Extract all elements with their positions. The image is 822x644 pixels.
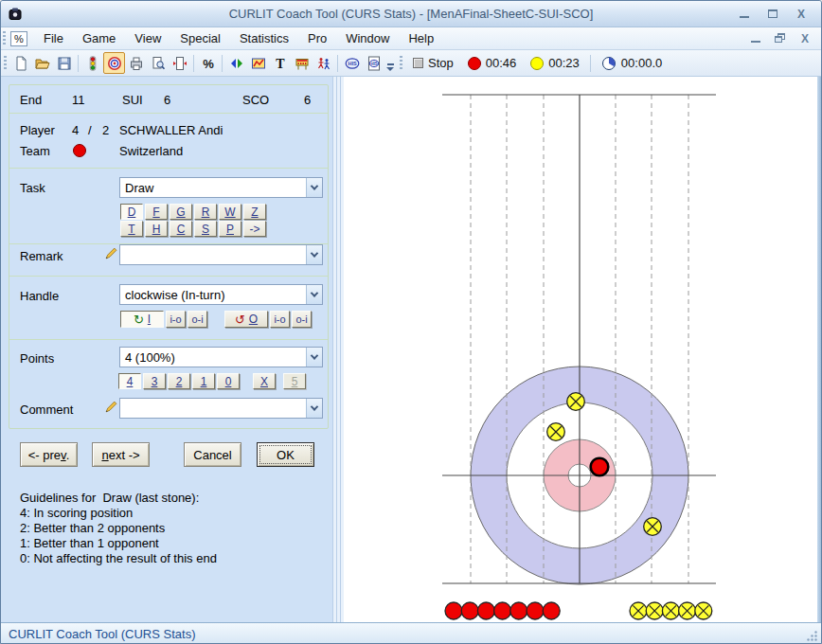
handle-key-4-io[interactable]: i-o [270, 311, 290, 328]
open-folder-button[interactable] [31, 52, 53, 74]
menu-window[interactable]: Window [336, 28, 399, 48]
house-stone-yellow[interactable] [547, 423, 565, 441]
house-stone-yellow[interactable] [567, 393, 585, 411]
menubar-grip[interactable] [3, 31, 6, 46]
menu-game[interactable]: Game [73, 28, 125, 48]
toolbar-overflow-button[interactable] [386, 63, 394, 71]
new-document-button[interactable] [9, 52, 31, 74]
stop-button[interactable]: Stop [428, 56, 454, 70]
handle-key-2-oi[interactable]: o-i [188, 311, 207, 328]
comment-select[interactable] [119, 398, 323, 419]
mdi-close-button[interactable]: X [798, 32, 812, 45]
menu-help[interactable]: Help [399, 28, 443, 48]
minimize-button[interactable] [738, 8, 751, 21]
thrown-stone-yellow[interactable] [646, 602, 663, 619]
points-select-arrow-icon[interactable] [306, 348, 322, 367]
thrown-stone-red[interactable] [510, 602, 527, 619]
menu-statistics[interactable]: Statistics [230, 28, 298, 48]
scoreboard-button[interactable] [291, 52, 313, 74]
mdi-minimize-button[interactable] [749, 32, 762, 45]
thrown-stone-yellow[interactable] [630, 602, 647, 619]
task-key-g[interactable]: G [170, 204, 192, 220]
handle-key-0-i[interactable]: ↻I [120, 311, 164, 328]
handle-key-5-oi[interactable]: o-i [292, 311, 312, 328]
menu-pro[interactable]: Pro [298, 28, 336, 48]
task-key-h[interactable]: H [145, 221, 168, 237]
house-stone-red[interactable] [591, 458, 609, 476]
panel-splitter[interactable] [332, 77, 344, 622]
task-select-arrow-icon[interactable] [306, 178, 322, 197]
timer-band-grip[interactable] [400, 56, 402, 71]
maximize-button[interactable] [766, 8, 779, 21]
task-key-c[interactable]: C [170, 221, 192, 237]
thrown-stone-red[interactable] [445, 602, 462, 619]
save-button[interactable] [53, 52, 75, 74]
history-report-button[interactable]: HIS [363, 52, 384, 74]
task-key-t[interactable]: T [120, 221, 143, 237]
handle-key-1-io[interactable]: i-o [166, 311, 186, 328]
task-key-p[interactable]: P [219, 221, 241, 237]
handle-key-3-o[interactable]: ↺O [224, 311, 268, 328]
remark-select[interactable] [119, 244, 323, 265]
app-icon[interactable] [8, 7, 23, 22]
thrown-stone-yellow[interactable] [662, 602, 679, 619]
task-key-f[interactable]: F [145, 204, 168, 220]
thrown-stone-red[interactable] [494, 602, 511, 619]
ok-button[interactable]: OK [257, 442, 314, 467]
thrown-stone-red[interactable] [543, 602, 560, 619]
points-key-0[interactable]: 0 [217, 373, 240, 389]
house-stone-yellow[interactable] [644, 518, 662, 536]
handle-select-arrow-icon[interactable] [306, 285, 322, 304]
percent-button[interactable]: % [197, 52, 219, 74]
svg-text:%: % [203, 56, 214, 70]
players-button[interactable] [313, 52, 334, 74]
text-note-button[interactable]: T [269, 52, 291, 74]
toolbar-grip[interactable] [4, 56, 7, 71]
task-key-r[interactable]: R [194, 204, 217, 220]
house-view-icon [107, 56, 122, 71]
menu-view[interactable]: View [125, 28, 170, 48]
task-key-s[interactable]: S [194, 221, 217, 237]
thrown-stone-red[interactable] [477, 602, 494, 619]
task-key-z[interactable]: Z [243, 204, 266, 220]
thrown-stone-red[interactable] [461, 602, 478, 619]
thrown-stone-red[interactable] [527, 602, 544, 619]
title-bar[interactable]: CURLIT Coach Tool (CURS Stats) - [MenAFi… [1, 1, 821, 27]
prev-button[interactable]: <- prev. [20, 442, 78, 467]
task-select[interactable]: Draw [119, 177, 323, 198]
history-stone-button[interactable]: HIS [341, 52, 363, 74]
shot-clock-value: 00:00.0 [621, 56, 662, 70]
prev-next-stone-button[interactable] [225, 52, 247, 74]
remark-select-arrow-icon[interactable] [306, 245, 322, 264]
task-key-arrow[interactable]: -> [243, 221, 266, 237]
print-preview-button[interactable] [147, 52, 169, 74]
flip-view-button[interactable] [169, 52, 190, 74]
mdi-restore-button[interactable] [774, 32, 787, 45]
resize-grip[interactable] [806, 630, 818, 642]
stop-icon[interactable] [413, 58, 423, 68]
curling-sheet-svg[interactable] [344, 77, 817, 622]
thrown-stone-yellow[interactable] [695, 602, 712, 619]
task-key-d[interactable]: D [120, 204, 143, 220]
points-key-x[interactable]: X [253, 373, 276, 389]
cancel-button[interactable]: Cancel [184, 442, 241, 467]
menu-special[interactable]: Special [170, 28, 230, 48]
house-view-button[interactable] [103, 52, 125, 74]
task-key-w[interactable]: W [219, 204, 241, 220]
menu-file[interactable]: File [34, 28, 73, 48]
comment-select-arrow-icon[interactable] [306, 399, 322, 418]
points-key-3[interactable]: 3 [143, 373, 166, 389]
mdi-document-icon[interactable]: % [10, 31, 27, 46]
chart-button[interactable] [247, 52, 269, 74]
points-key-4[interactable]: 4 [118, 373, 141, 389]
close-button[interactable]: X [795, 8, 808, 21]
points-key-2[interactable]: 2 [168, 373, 190, 389]
traffic-light-button[interactable] [81, 52, 103, 74]
points-key-5[interactable]: 5 [283, 373, 306, 389]
print-button[interactable] [125, 52, 147, 74]
thrown-stone-yellow[interactable] [679, 602, 696, 619]
points-key-1[interactable]: 1 [192, 373, 215, 389]
points-select[interactable]: 4 (100%) [119, 347, 323, 367]
handle-select[interactable]: clockwise (In-turn) [119, 284, 323, 305]
next-button[interactable]: next -> [92, 442, 150, 467]
